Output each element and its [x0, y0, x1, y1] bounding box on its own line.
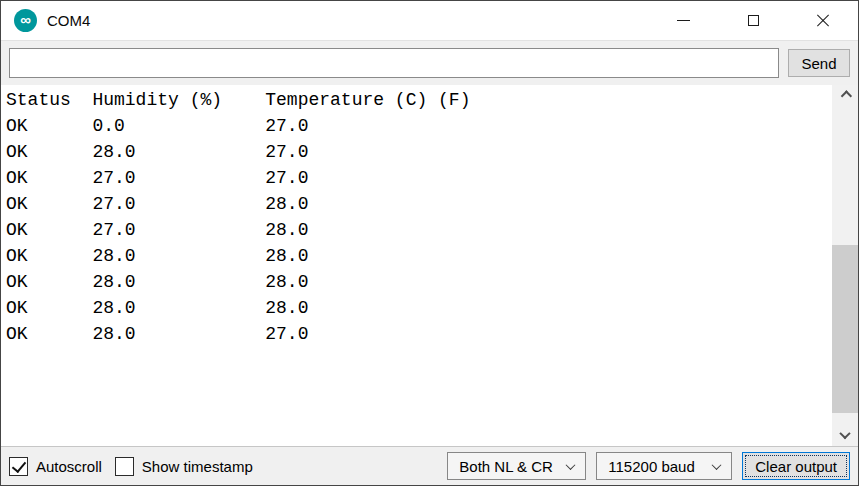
- scrollbar-thumb[interactable]: [832, 245, 858, 413]
- baud-rate-select[interactable]: 115200 baud: [596, 452, 732, 480]
- show-timestamp-checkbox[interactable]: [115, 457, 134, 476]
- serial-output-area: Status Humidity (%) Temperature (C) (F) …: [1, 85, 858, 446]
- scrollbar-track[interactable]: [832, 107, 858, 424]
- line-ending-value: Both NL & CR: [459, 458, 553, 475]
- minimize-button[interactable]: [648, 1, 718, 40]
- close-icon: [816, 14, 830, 28]
- statusbar: Autoscroll Show timestamp Both NL & CR 1…: [1, 446, 858, 485]
- caption-buttons: [648, 1, 858, 40]
- close-button[interactable]: [788, 1, 858, 40]
- chevron-down-icon: [712, 460, 722, 470]
- titlebar: ∞ COM4: [1, 1, 858, 41]
- minimize-icon: [677, 20, 690, 21]
- chevron-down-icon: [839, 428, 850, 439]
- vertical-scrollbar[interactable]: [832, 85, 858, 446]
- autoscroll-label: Autoscroll: [36, 458, 102, 475]
- send-row: Send: [1, 41, 858, 85]
- maximize-icon: [748, 15, 759, 26]
- window-title: COM4: [47, 12, 90, 29]
- arduino-logo-icon: ∞: [14, 9, 37, 32]
- serial-message-input[interactable]: [9, 48, 779, 78]
- show-timestamp-option: Show timestamp: [115, 457, 253, 476]
- serial-output: Status Humidity (%) Temperature (C) (F) …: [1, 85, 832, 446]
- baud-rate-value: 115200 baud: [608, 458, 694, 475]
- autoscroll-checkbox[interactable]: [9, 457, 28, 476]
- scroll-up-button[interactable]: [832, 85, 858, 107]
- autoscroll-option: Autoscroll: [9, 457, 102, 476]
- send-button[interactable]: Send: [788, 49, 850, 77]
- maximize-button[interactable]: [718, 1, 788, 40]
- chevron-down-icon: [566, 460, 576, 470]
- clear-output-button[interactable]: Clear output: [742, 452, 850, 480]
- show-timestamp-label: Show timestamp: [142, 458, 253, 475]
- line-ending-select[interactable]: Both NL & CR: [447, 452, 586, 480]
- chevron-up-icon: [841, 90, 852, 101]
- scroll-down-button[interactable]: [832, 424, 858, 446]
- serial-monitor-window: ∞ COM4 Send Status Humidity (%) Temperat…: [0, 0, 859, 486]
